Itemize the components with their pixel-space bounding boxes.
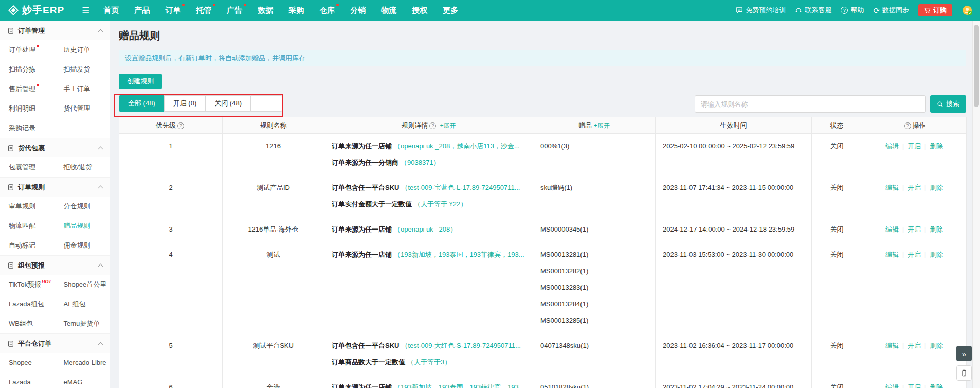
search-button[interactable]: 搜索: [930, 95, 966, 113]
cell-gifts: MS00013281(1)MS00013282(1)MS00013283(1)M…: [533, 242, 656, 333]
topbar-link[interactable]: 联系客服: [795, 6, 831, 15]
topnav-item-7[interactable]: 仓库: [312, 0, 342, 21]
detail-scope-link[interactable]: （193新加坡，193泰国，193菲律宾，193...: [394, 383, 524, 388]
detail-scope-link[interactable]: （test-009-宝蓝色-L-17.89-724950711...: [401, 184, 520, 191]
mobile-app-button[interactable]: [956, 365, 972, 381]
sidebar-item[interactable]: Shopee首公里: [55, 275, 110, 294]
sidebar-item[interactable]: 自动标记: [0, 236, 55, 255]
topnav-item-4[interactable]: 广告: [219, 0, 250, 21]
enable-link[interactable]: 开启: [908, 225, 921, 233]
sidebar-item[interactable]: Shopee: [0, 353, 55, 373]
sidebar-item[interactable]: 采购记录: [0, 118, 55, 138]
topnav-item-10[interactable]: 授权: [404, 0, 435, 21]
vertical-scrollbar[interactable]: [972, 21, 980, 388]
topbar: 妙手ERP ☰ 首页产品订单托管广告数据采购仓库分销物流授权更多 免费预约培训联…: [0, 0, 980, 21]
sidebar-item[interactable]: WB组包: [0, 314, 55, 333]
edit-link[interactable]: 编辑: [885, 342, 899, 349]
sidebar-item-active[interactable]: 赠品规则: [55, 216, 110, 236]
delete-link[interactable]: 删除: [930, 342, 943, 349]
tab-open[interactable]: 开启 (0): [164, 95, 206, 112]
sidebar-section-header-1[interactable]: 货代包裹: [0, 138, 110, 157]
order-button[interactable]: 订购: [918, 4, 952, 16]
detail-scope-link[interactable]: （openapi uk _208）: [394, 225, 457, 233]
tab-all[interactable]: 全部 (48): [119, 95, 165, 112]
sidebar-item[interactable]: Lazada: [0, 373, 55, 388]
topnav-item-6[interactable]: 采购: [281, 0, 312, 21]
edit-link[interactable]: 编辑: [885, 251, 899, 258]
sidebar-item[interactable]: 分仓规则: [55, 197, 110, 216]
sidebar-item[interactable]: eMAG: [55, 373, 110, 388]
sidebar-item[interactable]: Temu提货单: [55, 314, 110, 333]
sidebar-item[interactable]: 佣金规则: [55, 236, 110, 255]
detail-scope-link[interactable]: （大于等于3）: [407, 358, 451, 366]
scrollbar-thumb[interactable]: [974, 25, 979, 107]
sidebar-item[interactable]: AE组包: [55, 294, 110, 314]
detail-scope-link[interactable]: （openapi uk _208，越南小店113，沙金...: [394, 142, 520, 150]
tab-closed[interactable]: 关闭 (48): [205, 95, 251, 112]
delete-link[interactable]: 删除: [930, 184, 943, 191]
enable-link[interactable]: 开启: [908, 383, 921, 388]
reward-badge-icon[interactable]: [961, 5, 973, 16]
sidebar-item[interactable]: TikTok预报HOT: [0, 275, 55, 294]
menu-icon[interactable]: ☰: [82, 6, 89, 15]
detail-scope-link[interactable]: （9038371）: [401, 158, 440, 166]
sidebar-section-header-0[interactable]: 订单管理: [0, 21, 110, 40]
sidebar-item[interactable]: 手工订单: [55, 79, 110, 99]
sidebar-item[interactable]: 货代管理: [55, 99, 110, 118]
topnav-item-3[interactable]: 托管: [188, 0, 219, 21]
delete-link[interactable]: 删除: [930, 251, 943, 258]
sidebar-item[interactable]: 历史订单: [55, 40, 110, 60]
edit-link[interactable]: 编辑: [885, 184, 899, 191]
topnav-item-9[interactable]: 物流: [373, 0, 404, 21]
sidebar-section-header-2[interactable]: 订单规则: [0, 177, 110, 197]
topnav-item-5[interactable]: 数据: [250, 0, 281, 21]
topbar-link[interactable]: ⟳数据同步: [873, 6, 909, 15]
edit-link[interactable]: 编辑: [885, 225, 899, 233]
chevron-up-icon: [98, 146, 103, 151]
sidebar-item[interactable]: 拒收/退货: [55, 157, 110, 177]
detail-scope-link[interactable]: （test-009-大红色-S-17.89-724950711...: [401, 342, 520, 349]
help-icon[interactable]: ?: [177, 122, 184, 129]
topnav-item-0[interactable]: 首页: [96, 0, 126, 21]
cell-actions: 编辑|开启|删除: [862, 242, 967, 333]
help-icon[interactable]: ?: [904, 122, 911, 129]
detail-scope-link[interactable]: （193新加坡，193泰国，193菲律宾，193...: [394, 251, 524, 258]
enable-link[interactable]: 开启: [908, 142, 921, 150]
expand-gifts-link[interactable]: +展开: [594, 122, 610, 129]
sidebar-item[interactable]: Lazada组包: [0, 294, 55, 314]
col-header-rule-name: 规则名称: [223, 117, 324, 134]
create-rule-button[interactable]: 创建规则: [119, 74, 162, 89]
topbar-link[interactable]: 免费预约培训: [736, 6, 786, 15]
collapse-panel-button[interactable]: »: [956, 346, 972, 361]
sidebar-item[interactable]: 订单处理: [0, 40, 55, 60]
sidebar-item[interactable]: 售后管理: [0, 79, 55, 99]
edit-link[interactable]: 编辑: [885, 142, 899, 150]
delete-link[interactable]: 删除: [930, 142, 943, 150]
sidebar-item[interactable]: 物流匹配: [0, 216, 55, 236]
sidebar-section-header-4[interactable]: 平台仓订单: [0, 333, 110, 353]
sidebar-item[interactable]: 利润明细: [0, 99, 55, 118]
sidebar-item[interactable]: 审单规则: [0, 197, 55, 216]
sidebar-item[interactable]: 扫描发货: [55, 60, 110, 79]
enable-link[interactable]: 开启: [908, 184, 921, 191]
help-icon[interactable]: ?: [429, 122, 436, 129]
topnav-item-1[interactable]: 产品: [126, 0, 157, 21]
delete-link[interactable]: 删除: [930, 225, 943, 233]
topnav-item-11[interactable]: 更多: [435, 0, 466, 21]
delete-link[interactable]: 删除: [930, 383, 943, 388]
topnav-item-8[interactable]: 分销: [342, 0, 373, 21]
topnav-item-2[interactable]: 订单: [157, 0, 188, 21]
help-menu[interactable]: ?帮助: [841, 6, 864, 15]
sidebar-item[interactable]: 扫描分拣: [0, 60, 55, 79]
detail-scope-link[interactable]: （大于等于 ¥22）: [414, 200, 467, 208]
sidebar-section-header-3[interactable]: 组包预报: [0, 255, 110, 275]
sidebar-item[interactable]: 包裹管理: [0, 157, 55, 177]
expand-details-link[interactable]: +展开: [440, 122, 456, 129]
notice-banner: 设置赠品规则后，有新订单时，将自动添加赠品，并调用库存: [119, 50, 966, 66]
app-logo[interactable]: 妙手ERP: [0, 4, 64, 17]
enable-link[interactable]: 开启: [908, 342, 921, 349]
rule-name-search-input[interactable]: [695, 95, 926, 113]
edit-link[interactable]: 编辑: [885, 383, 899, 388]
sidebar-item[interactable]: Mercado Libre: [55, 353, 110, 373]
enable-link[interactable]: 开启: [908, 251, 921, 258]
